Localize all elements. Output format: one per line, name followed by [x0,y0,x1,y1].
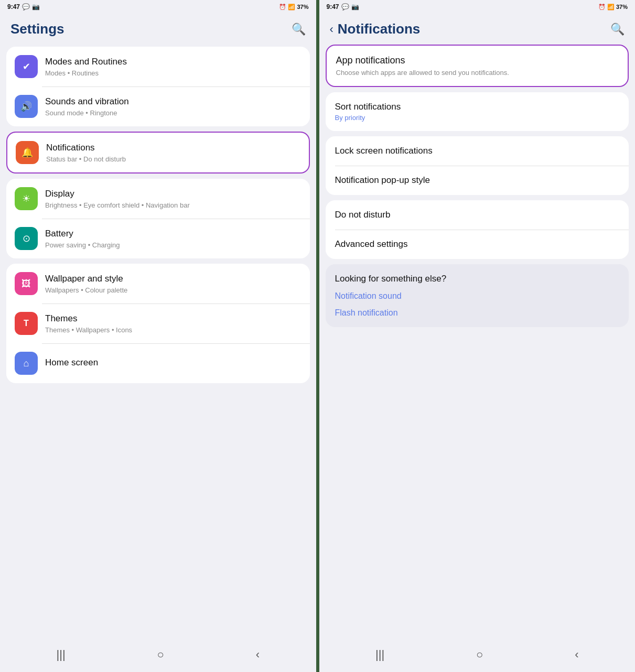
app-notif-subtitle: Choose which apps are allowed to send yo… [336,68,619,78]
alarm-icon: ⏰ [279,4,286,10]
back-btn-left[interactable]: ‹ [256,648,260,662]
display-text: Display Brightness • Eye comfort shield … [45,188,302,209]
status-bar-right: 9:47 💬 📷 ⏰ 📶 37% [319,0,636,13]
flash-notif-link[interactable]: Flash notification [335,306,620,320]
back-btn-right[interactable]: ‹ [575,648,578,662]
notif-subtitle: Status bar • Do not disturb [46,155,300,163]
app-notifications-card[interactable]: App notifications Choose which apps are … [326,45,629,87]
card-dnd-advanced: Do not disturb Advanced settings [326,200,629,259]
card-display-battery: ☀ Display Brightness • Eye comfort shiel… [6,179,310,258]
search-button-left[interactable]: 🔍 [292,23,306,36]
status-bar-left: 9:47 💬 📷 ⏰ 📶 37% [0,0,316,13]
status-right-left: ⏰ 📶 37% [279,4,308,10]
settings-item-notifications[interactable]: 🔔 Notifications Status bar • Do not dist… [7,133,309,172]
popup-style-title: Notification pop-up style [335,175,620,186]
settings-title: Settings [10,21,64,37]
looking-title: Looking for something else? [335,274,620,284]
wifi-icon-right: 📶 [607,4,615,10]
app-notif-title: App notifications [336,55,619,66]
messenger-icon-right: 💬 [341,3,349,10]
sounds-title: Sounds and vibration [45,96,302,107]
sort-notifications-item[interactable]: Sort notifications By priority [326,92,629,131]
dnd-title: Do not disturb [335,210,620,220]
notif-title: Notifications [46,142,300,154]
display-title: Display [45,188,302,200]
card-sort: Sort notifications By priority [326,92,629,131]
alarm-icon-right: ⏰ [598,4,606,10]
home-btn-right[interactable]: ○ [476,648,483,662]
back-button-right[interactable]: ‹ [330,23,333,36]
notif-icon: 🔔 [16,141,39,164]
lock-screen-title: Lock screen notifications [335,146,620,156]
settings-item-modes[interactable]: ✔ Modes and Routines Modes • Routines [6,47,310,86]
looking-card: Looking for something else? Notification… [326,264,629,327]
notifications-title: Notifications [338,21,420,37]
wifi-icon: 📶 [288,4,295,10]
camera-icon-right: 📷 [351,3,359,10]
settings-item-themes[interactable]: T Themes Themes • Wallpapers • Icons [6,304,310,343]
card-appearance: 🖼 Wallpaper and style Wallpapers • Colou… [6,264,310,383]
homescreen-title: Home screen [45,357,302,368]
modes-title: Modes and Routines [45,56,302,68]
advanced-title: Advanced settings [335,239,620,250]
display-icon: ☀ [15,187,38,210]
sort-subtitle: By priority [335,114,620,122]
themes-subtitle: Themes • Wallpapers • Icons [45,326,302,334]
modes-icon: ✔ [15,55,38,78]
header-left-right: ‹ Notifications [330,21,421,37]
advanced-settings-item[interactable]: Advanced settings [326,230,629,259]
settings-content: ✔ Modes and Routines Modes • Routines 🔊 … [0,42,316,641]
home-btn-left[interactable]: ○ [157,648,164,662]
lock-screen-item[interactable]: Lock screen notifications [326,136,629,166]
recent-btn-left[interactable]: ||| [56,648,65,662]
settings-item-display[interactable]: ☀ Display Brightness • Eye comfort shiel… [6,179,310,219]
recent-btn-right[interactable]: ||| [375,648,384,662]
search-button-right[interactable]: 🔍 [610,23,625,36]
homescreen-icon: ⌂ [15,352,38,375]
wallpaper-subtitle: Wallpapers • Colour palette [45,286,302,294]
notifications-content: App notifications Choose which apps are … [319,42,636,641]
nav-bar-left: ||| ○ ‹ [0,641,316,672]
wallpaper-title: Wallpaper and style [45,273,302,285]
battery-title: Battery [45,228,302,240]
settings-item-battery[interactable]: ⊙ Battery Power saving • Charging [6,219,310,258]
status-left: 9:47 💬 📷 [7,3,40,10]
modes-subtitle: Modes • Routines [45,69,302,77]
nav-bar-right: ||| ○ ‹ [319,641,636,672]
status-right-right: ⏰ 📶 37% [598,4,628,10]
dnd-item[interactable]: Do not disturb [326,200,629,230]
themes-text: Themes Themes • Wallpapers • Icons [45,313,302,333]
battery-subtitle: Power saving • Charging [45,241,302,249]
settings-item-wallpaper[interactable]: 🖼 Wallpaper and style Wallpapers • Colou… [6,264,310,304]
left-panel: 9:47 💬 📷 ⏰ 📶 37% Settings 🔍 ✔ Modes and … [0,0,316,672]
time-right: 9:47 [327,3,339,10]
popup-style-item[interactable]: Notification pop-up style [326,166,629,195]
wallpaper-icon: 🖼 [15,272,38,295]
sounds-icon: 🔊 [15,95,38,118]
card-top: ✔ Modes and Routines Modes • Routines 🔊 … [6,47,310,126]
modes-text: Modes and Routines Modes • Routines [45,56,302,77]
display-subtitle: Brightness • Eye comfort shield • Naviga… [45,201,302,209]
wallpaper-text: Wallpaper and style Wallpapers • Colour … [45,273,302,294]
settings-item-sounds[interactable]: 🔊 Sounds and vibration Sound mode • Ring… [6,86,310,126]
settings-item-homescreen[interactable]: ⌂ Home screen [6,343,310,383]
notifications-header: ‹ Notifications 🔍 [319,13,636,42]
card-lockscreen-popup: Lock screen notifications Notification p… [326,136,629,195]
homescreen-text: Home screen [45,357,302,370]
time-left: 9:47 [7,3,20,10]
themes-title: Themes [45,313,302,324]
camera-icon: 📷 [32,3,40,10]
sounds-subtitle: Sound mode • Ringtone [45,109,302,117]
notif-text: Notifications Status bar • Do not distur… [46,142,300,162]
status-left-right: 9:47 💬 📷 [327,3,359,10]
settings-header: Settings 🔍 [0,13,316,42]
card-notifications[interactable]: 🔔 Notifications Status bar • Do not dist… [6,132,310,174]
battery-icon-item: ⊙ [15,227,38,250]
right-panel: 9:47 💬 📷 ⏰ 📶 37% ‹ Notifications 🔍 App n… [319,0,636,672]
messenger-icon: 💬 [22,3,30,10]
sort-title: Sort notifications [335,102,620,112]
notif-sound-link[interactable]: Notification sound [335,289,620,303]
battery-text-item: Battery Power saving • Charging [45,228,302,248]
themes-icon: T [15,312,38,335]
sounds-text: Sounds and vibration Sound mode • Ringto… [45,96,302,116]
